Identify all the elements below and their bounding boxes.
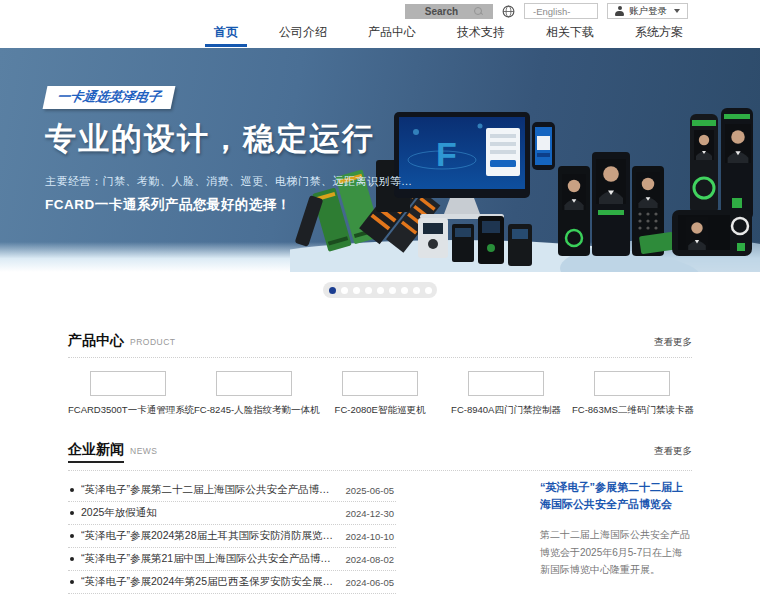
- news-section: 企业新闻 NEWS 查看更多 “英泽电子”参展第二十二届上海国际公共安全产品博览…: [68, 431, 692, 594]
- news-item-title: “英泽电子”参展第21届中国上海国际公共安全产品博览会: [81, 552, 335, 566]
- hero-banner: F: [0, 48, 760, 272]
- news-list-item[interactable]: “英泽电子”参展2024年第25届巴西圣保罗安防安全展览会EXP... 2024…: [68, 571, 396, 594]
- news-list-item[interactable]: “英泽电子”参展第二十二届上海国际公共安全产品博览会 2025-06-05: [68, 479, 396, 502]
- main-nav: 首页 公司介绍 产品中心 技术支持 相关下载 系统方案: [0, 22, 760, 48]
- globe-icon[interactable]: [502, 5, 515, 18]
- news-highlight-title[interactable]: “英泽电子”参展第二十二届上海国际公共安全产品博览会: [540, 479, 692, 512]
- product-section-subtitle: PRODUCT: [130, 337, 176, 347]
- news-list-item[interactable]: 2025年放假通知 2024-12-30: [68, 502, 396, 525]
- nav-item-company[interactable]: 公司介绍: [270, 24, 336, 47]
- chevron-down-icon: [674, 9, 680, 13]
- product-item[interactable]: FC-8940A四门门禁控制器: [446, 371, 566, 417]
- nav-item-products[interactable]: 产品中心: [359, 24, 425, 47]
- nav-item-support[interactable]: 技术支持: [448, 24, 514, 47]
- language-select[interactable]: -English-: [524, 3, 598, 19]
- search-icon[interactable]: [474, 7, 483, 16]
- carousel-dot[interactable]: [425, 287, 432, 294]
- news-item-title: “英泽电子”参展第二十二届上海国际公共安全产品博览会: [81, 483, 335, 497]
- product-image-placeholder[interactable]: [90, 371, 166, 396]
- news-item-date: 2024-08-02: [345, 554, 394, 565]
- carousel-dots: [323, 282, 437, 298]
- product-section-title: 产品中心: [68, 332, 124, 350]
- account-login-button[interactable]: 账户登录: [607, 3, 688, 19]
- news-highlight: “英泽电子”参展第二十二届上海国际公共安全产品博览会 第二十二届上海国际公共安全…: [540, 479, 692, 594]
- svg-text:F: F: [436, 135, 457, 173]
- carousel-dot[interactable]: [389, 287, 396, 294]
- product-item[interactable]: FC-8245-人脸指纹考勤一体机: [194, 371, 314, 417]
- banner-title: 专业的设计，稳定运行: [45, 118, 412, 160]
- nav-item-downloads[interactable]: 相关下载: [537, 24, 603, 47]
- banner-text-block: 一卡通选英泽电子 专业的设计，稳定运行 主要经营：门禁、考勤、人脸、消费、巡更、…: [45, 86, 412, 214]
- bullet-icon: [70, 580, 74, 584]
- carousel-dot[interactable]: [341, 287, 348, 294]
- top-utility-bar: -English- 账户登录: [0, 0, 760, 22]
- product-section: 产品中心 PRODUCT 查看更多 FCARD3500T一卡通管理系统 FC-8…: [68, 322, 692, 417]
- news-item-date: 2024-10-10: [345, 531, 394, 542]
- carousel-dot[interactable]: [365, 287, 372, 294]
- product-image-placeholder[interactable]: [594, 371, 670, 396]
- carousel-dot[interactable]: [329, 287, 336, 294]
- language-value: -English-: [533, 6, 571, 17]
- search-input[interactable]: [416, 6, 468, 17]
- bullet-icon: [70, 557, 74, 561]
- nav-item-home[interactable]: 首页: [205, 24, 247, 47]
- search-box[interactable]: [405, 4, 493, 19]
- page: -English- 账户登录 首页 公司介绍 产品中心 技术支持 相关下载 系统…: [0, 0, 760, 600]
- banner-subtitle: 主要经营：门禁、考勤、人脸、消费、巡更、电梯门禁、远距离识别等...: [45, 174, 412, 189]
- product-image-placeholder[interactable]: [342, 371, 418, 396]
- news-item-date: 2024-06-05: [345, 577, 394, 588]
- product-label: FCARD3500T一卡通管理系统: [68, 404, 188, 417]
- product-item[interactable]: FCARD3500T一卡通管理系统: [68, 371, 188, 417]
- news-item-title: “英泽电子”参展2024年第25届巴西圣保罗安防安全展览会EXP...: [81, 575, 335, 589]
- news-section-title: 企业新闻: [68, 441, 124, 463]
- bullet-icon: [70, 511, 74, 515]
- news-item-title: 2025年放假通知: [81, 506, 335, 520]
- news-list: “英泽电子”参展第二十二届上海国际公共安全产品博览会 2025-06-05 20…: [68, 479, 396, 594]
- news-highlight-body: 第二十二届上海国际公共安全产品博览会于2025年6月5-7日在上海新国际博览中心…: [540, 526, 692, 579]
- account-login-label: 账户登录: [629, 5, 667, 18]
- bullet-icon: [70, 488, 74, 492]
- product-image-placeholder[interactable]: [468, 371, 544, 396]
- news-list-item[interactable]: “英泽电子”参展第21届中国上海国际公共安全产品博览会 2024-08-02: [68, 548, 396, 571]
- product-section-header: 产品中心 PRODUCT 查看更多: [68, 322, 692, 358]
- news-body: “英泽电子”参展第二十二届上海国际公共安全产品博览会 2025-06-05 20…: [68, 479, 692, 594]
- product-item[interactable]: FC-2080E智能巡更机: [320, 371, 440, 417]
- product-image-placeholder[interactable]: [216, 371, 292, 396]
- user-icon: [615, 6, 624, 16]
- carousel-dot[interactable]: [401, 287, 408, 294]
- product-label: FC-8245-人脸指纹考勤一体机: [194, 404, 314, 417]
- carousel-dot[interactable]: [413, 287, 420, 294]
- news-view-more-link[interactable]: 查看更多: [654, 445, 692, 458]
- product-item[interactable]: FC-863MS二维码门禁读卡器: [572, 371, 692, 417]
- product-row: FCARD3500T一卡通管理系统 FC-8245-人脸指纹考勤一体机 FC-2…: [68, 371, 692, 417]
- banner-badge: 一卡通选英泽电子: [43, 86, 176, 109]
- carousel-dots-row: [0, 272, 760, 308]
- news-section-header: 企业新闻 NEWS 查看更多: [68, 431, 692, 471]
- product-view-more-link[interactable]: 查看更多: [654, 336, 692, 349]
- nav-item-solutions[interactable]: 系统方案: [626, 24, 692, 47]
- carousel-dot[interactable]: [353, 287, 360, 294]
- bullet-icon: [70, 534, 74, 538]
- news-item-date: 2024-12-30: [345, 508, 394, 519]
- product-label: FC-8940A四门门禁控制器: [446, 404, 566, 417]
- news-item-title: “英泽电子”参展2024第28届土耳其国际安防消防展览会ISAF: [81, 529, 335, 543]
- product-label: FC-2080E智能巡更机: [320, 404, 440, 417]
- banner-tagline: FCARD一卡通系列产品您最好的选择！: [45, 196, 412, 214]
- news-list-item[interactable]: “英泽电子”参展2024第28届土耳其国际安防消防展览会ISAF 2024-10…: [68, 525, 396, 548]
- news-item-date: 2025-06-05: [345, 485, 394, 496]
- carousel-dot[interactable]: [377, 287, 384, 294]
- news-section-subtitle: NEWS: [130, 446, 158, 456]
- product-label: FC-863MS二维码门禁读卡器: [572, 404, 692, 417]
